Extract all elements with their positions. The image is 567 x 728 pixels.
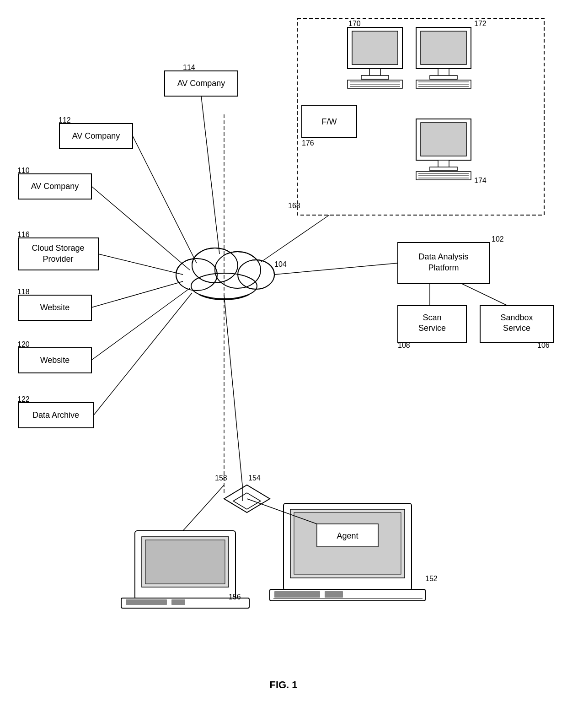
svg-text:156: 156 bbox=[229, 593, 241, 601]
svg-line-48 bbox=[274, 263, 398, 275]
svg-line-43 bbox=[94, 293, 192, 415]
diagram: text { font-family: Arial, sans-serif; f… bbox=[0, 0, 567, 705]
laptop-152: Agent 152 bbox=[270, 503, 438, 601]
svg-text:Cloud Storage: Cloud Storage bbox=[32, 243, 84, 253]
svg-rect-73 bbox=[421, 31, 466, 65]
dashed-box-computers: F/W 176 170 bbox=[261, 18, 544, 262]
sandbox-service: Sandbox Service 106 bbox=[462, 284, 553, 349]
svg-text:Service: Service bbox=[503, 324, 530, 333]
svg-text:170: 170 bbox=[348, 20, 361, 27]
scan-service: Scan Service 108 bbox=[398, 284, 466, 349]
svg-rect-84 bbox=[430, 167, 457, 171]
ref-104: 104 bbox=[274, 260, 287, 268]
svg-text:116: 116 bbox=[17, 231, 30, 238]
svg-line-22 bbox=[133, 136, 197, 263]
svg-line-58 bbox=[462, 284, 508, 306]
svg-text:F/W: F/W bbox=[322, 117, 337, 126]
svg-rect-82 bbox=[421, 123, 466, 156]
svg-line-112 bbox=[183, 485, 224, 531]
svg-rect-64 bbox=[352, 31, 398, 65]
svg-rect-103 bbox=[274, 591, 320, 598]
svg-text:Data Analysis: Data Analysis bbox=[418, 252, 468, 261]
svg-line-18 bbox=[91, 186, 190, 270]
svg-text:114: 114 bbox=[183, 64, 195, 71]
svg-rect-75 bbox=[430, 75, 457, 79]
av-company-114: AV Company 114 bbox=[165, 64, 238, 254]
svg-text:118: 118 bbox=[17, 288, 30, 296]
svg-line-110 bbox=[224, 295, 242, 485]
svg-text:Service: Service bbox=[418, 324, 446, 333]
svg-text:120: 120 bbox=[17, 340, 30, 348]
svg-line-31 bbox=[98, 254, 183, 275]
svg-line-90 bbox=[261, 215, 329, 262]
svg-text:AV Company: AV Company bbox=[31, 182, 79, 191]
svg-text:152: 152 bbox=[425, 575, 438, 582]
svg-rect-96 bbox=[171, 599, 185, 605]
data-analysis-platform: Data Analysis Platform 102 bbox=[274, 235, 504, 284]
svg-text:172: 172 bbox=[474, 20, 487, 27]
svg-text:AV Company: AV Company bbox=[72, 131, 120, 140]
svg-rect-93 bbox=[145, 540, 225, 584]
website-118: Website 118 bbox=[17, 281, 183, 320]
agent-label: Agent bbox=[337, 531, 358, 540]
ref-154: 154 bbox=[248, 474, 261, 482]
svg-rect-104 bbox=[325, 591, 343, 598]
svg-text:112: 112 bbox=[59, 116, 71, 124]
svg-text:122: 122 bbox=[17, 395, 30, 403]
svg-text:Website: Website bbox=[40, 303, 70, 312]
svg-text:Website: Website bbox=[40, 356, 70, 365]
svg-text:102: 102 bbox=[492, 235, 504, 243]
svg-text:Data Archive: Data Archive bbox=[32, 410, 79, 420]
svg-rect-66 bbox=[361, 75, 389, 79]
svg-text:106: 106 bbox=[537, 341, 550, 349]
svg-rect-95 bbox=[126, 599, 167, 605]
svg-text:Sandbox: Sandbox bbox=[500, 313, 533, 322]
svg-line-39 bbox=[91, 288, 190, 360]
laptop-156: 156 bbox=[121, 531, 249, 608]
fig-label: FIG. 1 bbox=[269, 679, 297, 691]
svg-text:158: 158 bbox=[215, 474, 227, 482]
svg-text:176: 176 bbox=[302, 139, 314, 147]
svg-text:110: 110 bbox=[17, 167, 30, 174]
cloud-storage-116: Cloud Storage Provider 116 bbox=[17, 231, 183, 275]
svg-text:Scan: Scan bbox=[423, 313, 441, 322]
svg-text:108: 108 bbox=[398, 341, 410, 349]
svg-rect-27 bbox=[18, 238, 98, 270]
ref-168: 168 bbox=[288, 202, 300, 210]
svg-text:AV Company: AV Company bbox=[177, 79, 225, 88]
svg-text:Platform: Platform bbox=[428, 263, 459, 272]
svg-text:174: 174 bbox=[474, 177, 487, 184]
svg-text:Provider: Provider bbox=[43, 254, 73, 264]
svg-line-26 bbox=[201, 96, 219, 254]
